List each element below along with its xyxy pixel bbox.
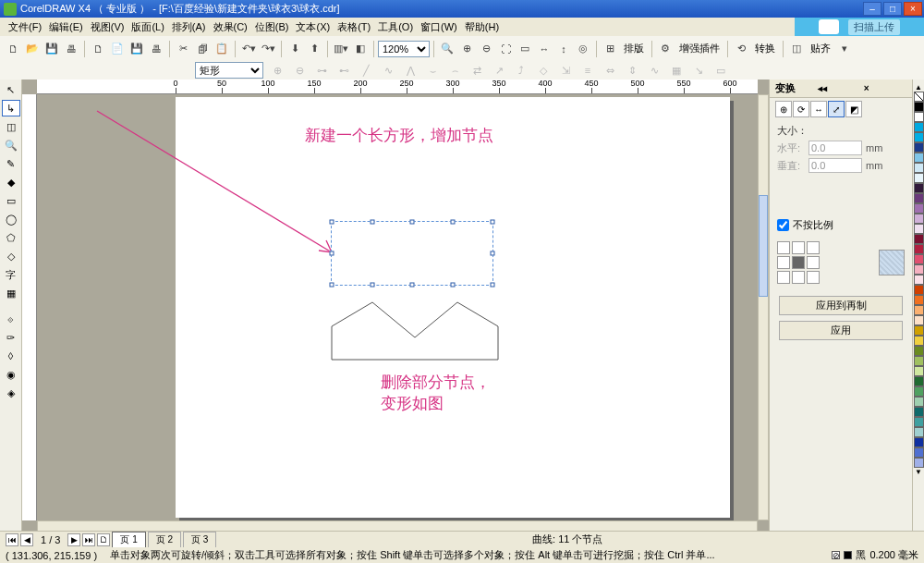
elastic-icon[interactable]: ∿ bbox=[646, 63, 663, 78]
swatch[interactable] bbox=[914, 112, 924, 122]
symm-icon[interactable]: ⌢ bbox=[446, 63, 463, 78]
page-tab-2[interactable]: 页 2 bbox=[148, 532, 181, 548]
snapto-icon[interactable]: ◫ bbox=[787, 40, 806, 58]
swatch[interactable] bbox=[914, 244, 924, 254]
print-icon[interactable]: 🖶 bbox=[62, 40, 80, 58]
zoom-height-icon[interactable]: ↕ bbox=[554, 40, 573, 58]
vertical-scrollbar[interactable] bbox=[758, 94, 769, 520]
swatch[interactable] bbox=[914, 132, 924, 142]
keep-ratio-checkbox[interactable] bbox=[777, 219, 789, 231]
options-icon[interactable]: ▾ bbox=[835, 40, 854, 58]
selected-rectangle[interactable] bbox=[331, 221, 493, 286]
docker-close-icon[interactable]: × bbox=[861, 83, 906, 93]
curve-icon[interactable]: ∿ bbox=[380, 63, 396, 78]
welcome-icon[interactable]: ◧ bbox=[351, 40, 370, 58]
menu-tools[interactable]: 工具(O) bbox=[375, 19, 416, 35]
blend-tool[interactable]: ⟐ bbox=[2, 311, 20, 327]
scale-tab[interactable]: ↔ bbox=[810, 101, 827, 117]
outline-tool[interactable]: ◊ bbox=[2, 348, 20, 364]
menu-edit[interactable]: 编辑(E) bbox=[46, 19, 86, 35]
reflect-h-icon[interactable]: ⇔ bbox=[602, 63, 618, 78]
swatch[interactable] bbox=[914, 183, 924, 193]
menu-effects[interactable]: 效果(C) bbox=[211, 19, 250, 35]
extract-icon[interactable]: ⤴ bbox=[513, 63, 529, 78]
import-icon[interactable]: ⬇ bbox=[286, 40, 304, 58]
position-tab[interactable]: ⊕ bbox=[775, 101, 792, 117]
snap-label[interactable]: 贴齐 bbox=[807, 42, 834, 55]
new-doc-icon[interactable]: 🗋 bbox=[89, 40, 107, 58]
outline-color-icon[interactable] bbox=[844, 551, 852, 559]
v-input[interactable] bbox=[808, 158, 862, 173]
extend-icon[interactable]: ↗ bbox=[491, 63, 507, 78]
add-node-icon[interactable]: ⊕ bbox=[269, 63, 286, 78]
plugin-icon[interactable]: ⚙ bbox=[656, 40, 675, 58]
swatch[interactable] bbox=[914, 142, 924, 153]
swatch[interactable] bbox=[914, 122, 924, 132]
swatch[interactable] bbox=[914, 275, 924, 285]
snap-icon[interactable]: ⊞ bbox=[601, 40, 619, 58]
redo-icon[interactable]: ↷▾ bbox=[259, 40, 277, 58]
undo-icon[interactable]: ↶▾ bbox=[239, 40, 258, 58]
swatch[interactable] bbox=[914, 214, 924, 224]
swatch[interactable] bbox=[914, 366, 924, 376]
swatch[interactable] bbox=[914, 163, 924, 173]
swatch-none[interactable] bbox=[914, 92, 924, 102]
swatch[interactable] bbox=[914, 427, 924, 437]
add-page-icon[interactable]: 🗋 bbox=[97, 533, 110, 546]
app-launcher-icon[interactable]: ▥▾ bbox=[332, 40, 350, 58]
swatch[interactable] bbox=[914, 102, 924, 112]
rectangle-tool[interactable]: ▭ bbox=[2, 192, 20, 209]
open-icon[interactable]: 📂 bbox=[23, 40, 42, 58]
stretch-icon[interactable]: ⇲ bbox=[557, 63, 574, 78]
restore-button[interactable]: □ bbox=[883, 2, 902, 16]
cut-icon[interactable]: ✂ bbox=[174, 40, 192, 58]
menu-table[interactable]: 表格(T) bbox=[334, 19, 373, 35]
new-icon[interactable]: 🗋 bbox=[4, 40, 22, 58]
menu-view[interactable]: 视图(V) bbox=[88, 19, 128, 35]
polygon-tool[interactable]: ⬠ bbox=[2, 229, 20, 246]
reflect-v-icon[interactable]: ⇕ bbox=[624, 63, 640, 78]
swatch[interactable] bbox=[914, 397, 924, 407]
print-preview-icon[interactable]: 🖶 bbox=[147, 40, 165, 58]
palette-up-icon[interactable]: ▲ bbox=[913, 83, 924, 92]
menu-file[interactable]: 文件(F) bbox=[6, 19, 44, 35]
camera-icon[interactable] bbox=[819, 19, 839, 34]
fill-tool[interactable]: ◉ bbox=[2, 366, 20, 383]
menu-arrange[interactable]: 排列(A) bbox=[169, 19, 209, 35]
h-input[interactable] bbox=[808, 141, 862, 155]
docker-collapse-icon[interactable]: ◂◂ bbox=[815, 83, 860, 93]
swatch[interactable] bbox=[914, 264, 924, 275]
cusp-icon[interactable]: ⋀ bbox=[402, 63, 419, 78]
join-node-icon[interactable]: ⊶ bbox=[313, 63, 330, 78]
save-as-icon[interactable]: 💾 bbox=[128, 40, 146, 58]
basic-shapes-tool[interactable]: ◇ bbox=[2, 248, 20, 264]
zoom-actual-icon[interactable]: 🔍 bbox=[438, 40, 456, 58]
swatch[interactable] bbox=[914, 234, 924, 244]
zoom-tool[interactable]: 🔍 bbox=[2, 137, 20, 153]
swatch[interactable] bbox=[914, 407, 924, 417]
zoom-select[interactable]: 120% bbox=[378, 41, 430, 57]
freehand-tool[interactable]: ✎ bbox=[2, 155, 20, 172]
zoom-out-icon[interactable]: ⊖ bbox=[477, 40, 495, 58]
zoom-page-icon[interactable]: ▭ bbox=[516, 40, 534, 58]
zoom-in-icon[interactable]: ⊕ bbox=[457, 40, 476, 58]
export-icon[interactable]: ⬆ bbox=[305, 40, 323, 58]
smooth-icon[interactable]: ⌣ bbox=[424, 63, 441, 78]
close-button[interactable]: × bbox=[904, 2, 922, 16]
shape-tool[interactable]: ↳ bbox=[2, 100, 20, 116]
convert-icon[interactable]: ⟲ bbox=[732, 40, 750, 58]
swatch[interactable] bbox=[914, 447, 924, 458]
zoom-fit-icon[interactable]: ⛶ bbox=[496, 40, 515, 58]
swatch[interactable] bbox=[914, 254, 924, 264]
plugin-label[interactable]: 增强插件 bbox=[675, 42, 723, 55]
text-tool[interactable]: 字 bbox=[2, 266, 20, 283]
palette-down-icon[interactable]: ▼ bbox=[913, 468, 924, 476]
smart-fill-tool[interactable]: ◆ bbox=[2, 174, 20, 190]
swatch[interactable] bbox=[914, 417, 924, 427]
crop-tool[interactable]: ◫ bbox=[2, 118, 20, 135]
layout-label[interactable]: 排版 bbox=[620, 42, 648, 55]
swatch[interactable] bbox=[914, 437, 924, 447]
swatch[interactable] bbox=[914, 376, 924, 386]
eyedropper-tool[interactable]: ✑ bbox=[2, 329, 20, 346]
ellipse-tool[interactable]: ◯ bbox=[2, 211, 20, 227]
